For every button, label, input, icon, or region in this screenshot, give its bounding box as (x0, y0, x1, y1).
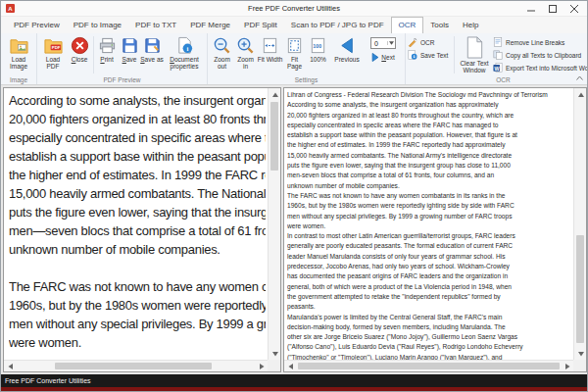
save-as-button[interactable]: Save as (140, 34, 164, 75)
fit-page-button[interactable]: Fit Page (283, 34, 306, 75)
scroll-left-icon[interactable] (284, 361, 297, 372)
scrollbar-corner (268, 360, 280, 371)
document-properties-button[interactable]: i Document properties (164, 34, 205, 75)
text-line: the higher end of estimates. In 1999 the… (9, 166, 266, 184)
preview-vertical-scrollbar[interactable] (268, 88, 280, 360)
tab-pdf-split[interactable]: PDF Split (237, 18, 284, 33)
save-as-icon (143, 36, 162, 55)
ocr-horizontal-scrollbar[interactable] (284, 360, 573, 371)
button-label: Fit Width (258, 56, 283, 63)
text-line: especially concentrated in specific area… (9, 128, 266, 147)
text-line: men-seven blocs that comprise a total of… (287, 171, 571, 180)
text-line (9, 259, 266, 277)
scroll-up-icon[interactable] (269, 88, 281, 101)
clear-text-window-button[interactable]: Clear Text Window (456, 34, 493, 75)
ocr-vertical-scrollbar[interactable] (573, 88, 586, 360)
text-line: 20,000 fighters organized in at least 80… (9, 110, 266, 128)
scroll-left-icon[interactable] (4, 361, 17, 372)
tab-pdf-to-image[interactable]: PDF to Image (67, 18, 128, 33)
export-to-word-button[interactable]: W Export Text into Microsoft Word (493, 63, 588, 73)
zoom-100-button[interactable]: 100 100% (306, 34, 330, 75)
scrollbar-corner (573, 360, 586, 371)
save-text-button[interactable]: Save Text (408, 50, 453, 60)
page-number-spinner[interactable]: 0 (370, 37, 396, 49)
pdf-preview-text: According to some analysts, the insurgen… (4, 88, 268, 360)
ribbon-group-settings: Zoom out Zoom in Fit Width Fit Page (208, 33, 406, 84)
text-line: ("Timochenko" or "Timo|eon"), Luciano Ma… (287, 353, 571, 360)
bottom-strip (1, 387, 588, 392)
tab-pdf-to-txt[interactable]: PDF to TXT (128, 18, 183, 33)
tab-scan-to-pdf[interactable]: Scan to PDF / JPG to PDF (284, 18, 391, 33)
window-title: Free PDF Converter Utilities (1, 4, 587, 13)
load-image-button[interactable]: Load Image (3, 34, 34, 75)
scrollbar-thumb[interactable] (55, 363, 212, 369)
status-bar: Free PDF Converter Utilities (1, 374, 588, 387)
zoom-in-button[interactable]: Zoom in (234, 34, 257, 75)
copy-all-texts-button[interactable]: Copy all Texts to Clipboard (493, 50, 588, 60)
zoom-out-icon (213, 36, 231, 55)
group-label-pdf-preview: PDF Preview (39, 75, 205, 84)
collapse-ribbon-button[interactable] (574, 74, 584, 82)
previous-arrow-icon (338, 36, 357, 55)
pdf-preview-pane[interactable]: According to some analysts, the insurgen… (3, 87, 281, 372)
button-label: Print (100, 56, 113, 63)
text-line: ("Alfonso Cano"), Luis Eduardo Devia ("R… (287, 342, 571, 352)
ocr-run-button[interactable]: OCR (408, 37, 453, 47)
save-icon (121, 36, 139, 55)
remove-line-breaks-button[interactable]: Remove Line Breaks (493, 37, 588, 47)
scroll-right-icon[interactable] (561, 361, 573, 372)
tab-pdf-preview[interactable]: PDF Preview (7, 18, 67, 33)
tab-pdf-merge[interactable]: PDF Merge (183, 18, 237, 33)
text-line: were women. (287, 221, 571, 231)
zoom-out-button[interactable]: Zoom out (210, 34, 234, 75)
clear-text-icon (465, 36, 484, 59)
text-line: According to some analysts, the insurgen… (287, 100, 571, 110)
print-button[interactable]: Print (95, 34, 119, 75)
save-button[interactable]: Save (119, 34, 140, 75)
tab-ocr[interactable]: OCR (391, 17, 424, 33)
ocr-text-window[interactable]: Lihran of Congress - Federal Research Di… (283, 87, 587, 372)
text-line: unknown number of mobile companies. (287, 181, 571, 191)
button-label: Copy all Texts to Clipboard (506, 52, 581, 59)
scroll-down-icon[interactable] (574, 347, 587, 360)
text-line: puts the figure even lower, saying that … (287, 161, 571, 171)
scrollbar-thumb[interactable] (576, 235, 584, 343)
scrollbar-thumb[interactable] (270, 102, 278, 171)
spinner-dropdown-icon[interactable] (387, 41, 395, 45)
button-label: Save (122, 56, 137, 63)
text-line: According to some analysts, the insurgen… (9, 91, 266, 110)
text-line: 20,000 fighters organized in at least 80… (287, 111, 571, 121)
load-pdf-button[interactable]: PDF Load PDF (39, 34, 67, 75)
scroll-up-icon[interactable] (574, 88, 587, 101)
scroll-right-icon[interactable] (255, 361, 268, 372)
button-label: Load PDF (39, 56, 67, 70)
text-line: 1960s, but by the 1980s women were repor… (9, 296, 266, 315)
maximize-button[interactable] (542, 1, 564, 17)
text-line: the higher end of estimates. In 1999 the… (287, 140, 571, 150)
copy-icon (493, 50, 503, 60)
text-line: decision-making body, formed by seven me… (287, 322, 571, 332)
document-info-icon: i (175, 36, 194, 55)
ribbon-group-pdf-preview: PDF Load PDF Close Print (37, 33, 208, 84)
scrollbar-thumb[interactable] (298, 363, 560, 369)
preview-horizontal-scrollbar[interactable] (4, 360, 268, 371)
word-icon: W (493, 63, 503, 73)
minimize-button[interactable] (520, 1, 542, 17)
button-label: Fit Page (283, 56, 306, 70)
next-page-button[interactable]: Next (371, 53, 394, 62)
previous-page-button[interactable]: Previous (330, 34, 364, 75)
ribbon-tabs: PDF Preview PDF to Image PDF to TXT PDF … (1, 17, 587, 33)
text-line: men—seven blocs that comprise a total of… (9, 221, 266, 240)
ocr-tool-icon (408, 37, 417, 47)
tab-help[interactable]: Help (456, 18, 485, 33)
text-line: The FARC was not known to have any women… (287, 191, 571, 201)
group-label-settings: Settings (210, 75, 403, 84)
text-line: 1960s, but by the 1980s women were repor… (287, 201, 571, 211)
close-circle-icon (71, 36, 89, 55)
tab-tools[interactable]: Tools (423, 18, 456, 33)
fit-width-button[interactable]: Fit Width (257, 34, 283, 75)
text-line (9, 352, 266, 360)
close-window-button[interactable] (564, 1, 585, 17)
scroll-down-icon[interactable] (269, 347, 281, 360)
close-button[interactable]: Close (67, 34, 92, 75)
